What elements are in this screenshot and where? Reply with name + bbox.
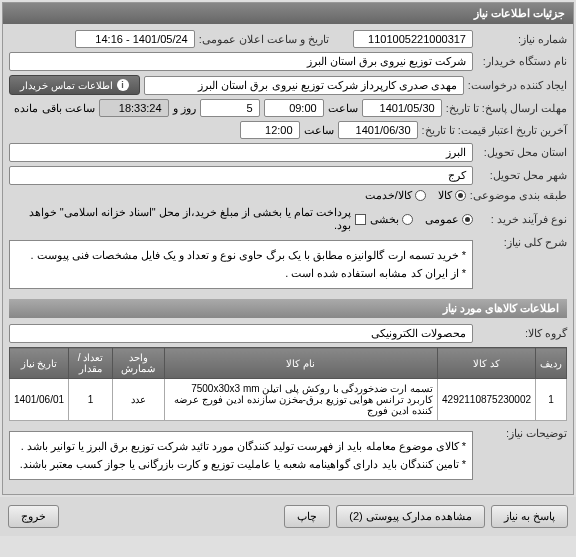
th-qty: تعداد / مقدار [69, 348, 113, 379]
requester-label: ایجاد کننده درخواست: [468, 79, 567, 92]
payment-note: پرداخت تمام یا بخشی از مبلغ خرید،از محل … [9, 206, 351, 232]
time-label-1: ساعت [328, 102, 358, 115]
th-name: نام کالا [164, 348, 437, 379]
cell-code: 4292110875230002 [438, 379, 536, 421]
radio-goods[interactable]: کالا [438, 189, 466, 202]
radio-goods-label: کالا [438, 189, 452, 202]
attachments-button[interactable]: مشاهده مدارک پیوستی (2) [336, 505, 485, 528]
cell-unit: عدد [112, 379, 164, 421]
deadline-date: 1401/05/30 [362, 99, 442, 117]
radio-public-label: عمومی [425, 213, 459, 226]
radio-service-label: کالا/خدمت [365, 189, 412, 202]
contact-buyer-button[interactable]: i اطلاعات تماس خریدار [9, 75, 140, 95]
th-date: تاریخ نیاز [10, 348, 69, 379]
remaining-clock: 18:33:24 [99, 99, 169, 117]
cell-date: 1401/06/01 [10, 379, 69, 421]
group-value: محصولات الکترونیکی [9, 324, 473, 343]
desc-text: * خرید تسمه ارت گالوانیزه مطابق با یک بر… [9, 240, 473, 289]
radio-group[interactable]: بخشی [370, 213, 413, 226]
province-value: البرز [9, 143, 473, 162]
radio-icon [415, 190, 426, 201]
province-label: استان محل تحویل: [477, 146, 567, 159]
validity-label: آخرین تاریخ اعتبار قیمت: تا تاریخ: [422, 124, 567, 137]
city-value: کرج [9, 166, 473, 185]
cell-qty: 1 [69, 379, 113, 421]
process-radio-group: عمومی بخشی [370, 213, 473, 226]
th-code: کد کالا [438, 348, 536, 379]
respond-button[interactable]: پاسخ به نیاز [491, 505, 568, 528]
radio-icon [455, 190, 466, 201]
radio-icon [462, 214, 473, 225]
buyer-value: شرکت توزیع نیروی برق استان البرز [9, 52, 473, 71]
cell-name: تسمه ارت ضدخوردگی با روکش پلی اتیلن 7500… [164, 379, 437, 421]
requester-value: مهدی صدری کارپرداز شرکت توزیع نیروی برق … [144, 76, 464, 95]
deadline-time: 09:00 [264, 99, 324, 117]
print-button[interactable]: چاپ [284, 505, 330, 528]
radio-group-label: بخشی [370, 213, 399, 226]
items-header: اطلاعات کالاهای مورد نیاز [9, 299, 567, 318]
desc-label: شرح کلی نیاز: [477, 236, 567, 249]
radio-service[interactable]: کالا/خدمت [365, 189, 426, 202]
time-label-2: ساعت [304, 124, 334, 137]
notes-label: توضیحات نیاز: [477, 427, 567, 440]
day-label: روز و [173, 102, 196, 115]
radio-icon [402, 214, 413, 225]
category-radio-group: کالا کالا/خدمت [365, 189, 466, 202]
th-row: ردیف [536, 348, 567, 379]
table-row[interactable]: 1 4292110875230002 تسمه ارت ضدخوردگی با … [10, 379, 567, 421]
remaining-suffix: ساعت باقی مانده [14, 102, 94, 115]
process-label: نوع فرآیند خرید : [477, 213, 567, 226]
payment-checkbox[interactable] [355, 214, 366, 225]
exit-button[interactable]: خروج [8, 505, 59, 528]
validity-date: 1401/06/30 [338, 121, 418, 139]
radio-public[interactable]: عمومی [425, 213, 473, 226]
contact-btn-label: اطلاعات تماس خریدار [20, 80, 113, 91]
panel-header: جزئیات اطلاعات نیاز [3, 3, 573, 24]
announce-value: 1401/05/24 - 14:16 [75, 30, 195, 48]
group-label: گروه کالا: [477, 327, 567, 340]
deadline-label: مهلت ارسال پاسخ: تا تاریخ: [446, 102, 567, 115]
need-no-value: 1101005221000317 [353, 30, 473, 48]
items-table: ردیف کد کالا نام کالا واحد شمارش تعداد /… [9, 347, 567, 421]
city-label: شهر محل تحویل: [477, 169, 567, 182]
th-unit: واحد شمارش [112, 348, 164, 379]
cell-idx: 1 [536, 379, 567, 421]
need-no-label: شماره نیاز: [477, 33, 567, 46]
category-label: طبقه بندی موضوعی: [470, 189, 567, 202]
buyer-label: نام دستگاه خریدار: [477, 55, 567, 68]
days-remaining: 5 [200, 99, 260, 117]
validity-time: 12:00 [240, 121, 300, 139]
notes-text: * کالای موضوع معامله باید از فهرست تولید… [9, 431, 473, 480]
announce-label: تاریخ و ساعت اعلان عمومی: [199, 33, 329, 46]
info-icon: i [117, 79, 129, 91]
footer-toolbar: پاسخ به نیاز مشاهده مدارک پیوستی (2) چاپ… [0, 497, 576, 536]
